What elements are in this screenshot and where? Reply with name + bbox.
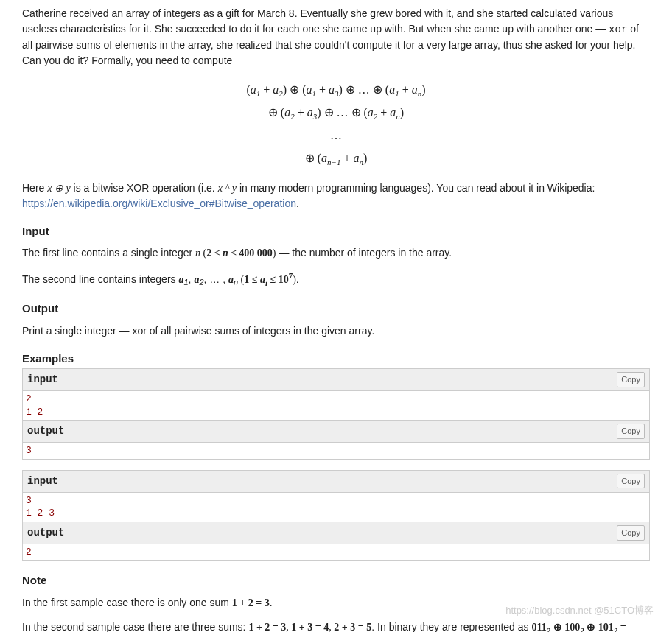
copy-button[interactable]: Copy [617,474,645,489]
intro-xor-code: xor [609,24,627,35]
example1-input-header: input Copy [23,369,649,391]
formula-line4: ⊕ (an−1 + an) [305,152,368,164]
example-1: input Copy 2 1 2 output Copy 3 [22,368,650,460]
formula-line3: … [330,129,342,141]
input-desc-1: The first line contains a single integer… [22,245,650,261]
example1-output-header: output Copy [23,421,649,443]
input-label: input [27,474,58,489]
examples-heading: Examples [22,351,650,368]
formula-line1: (a1 + a2) ⊕ (a1 + a3) ⊕ … ⊕ (a1 + an) [246,83,425,96]
copy-button[interactable]: Copy [617,525,645,541]
input-desc-2: The second line contains integers a1, a2… [22,270,650,289]
wikipedia-link[interactable]: https://en.wikipedia.org/wiki/Exclusive_… [22,197,296,209]
output-desc: Print a single integer — xor of all pair… [22,323,650,339]
copy-button[interactable]: Copy [617,372,645,387]
formula-block: (a1 + a2) ⊕ (a1 + a3) ⊕ … ⊕ (a1 + an) ⊕ … [22,79,650,170]
xor-explanation: Here x ⊕ y is a bitwise XOR operation (i… [22,180,650,211]
note-p2: In the second sample case there are thre… [22,619,650,632]
output-heading: Output [22,301,650,317]
input-label: input [27,372,58,387]
example-2: input Copy 3 1 2 3 output Copy 2 [22,470,650,561]
note-p1: In the first sample case there is only o… [22,595,650,611]
example1-output: 3 [23,443,649,460]
formula-line2: ⊕ (a2 + a3) ⊕ … ⊕ (a2 + an) [268,106,404,119]
problem-intro: Catherine received an array of integers … [22,6,650,69]
example2-output-header: output Copy [23,522,649,544]
example2-input: 3 1 2 3 [23,493,649,522]
example2-input-header: input Copy [23,471,649,493]
example1-input: 2 1 2 [23,391,649,421]
output-label: output [27,424,64,439]
input-heading: Input [22,223,650,240]
intro-text-a: Catherine received an array of integers … [22,7,613,35]
note-heading: Note [22,572,650,589]
example2-output: 2 [23,544,649,561]
output-label: output [27,525,64,541]
copy-button[interactable]: Copy [617,424,645,439]
